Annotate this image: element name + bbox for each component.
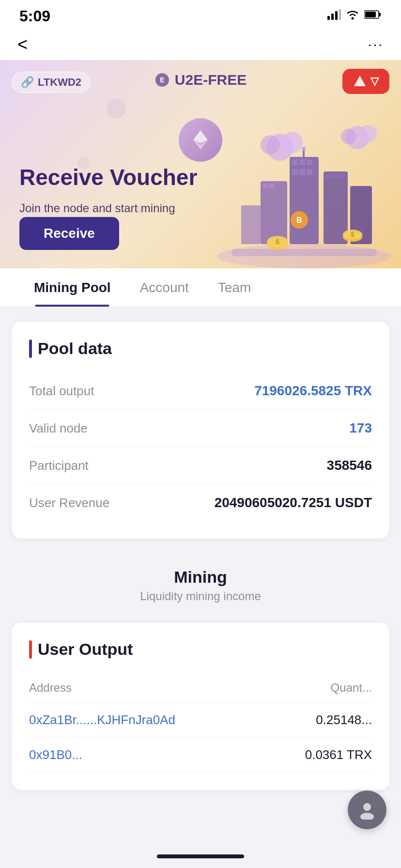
svg-rect-7	[365, 12, 376, 17]
tabs-container: Mining Pool Account Team	[0, 268, 401, 307]
total-output-value: 7196026.5825 TRX	[254, 383, 372, 399]
svg-point-4	[352, 17, 354, 20]
user-revenue-label: User Revenue	[29, 496, 109, 511]
svg-rect-3	[339, 9, 341, 20]
svg-text:$: $	[276, 238, 279, 246]
pool-participant-row: Participant 358546	[29, 447, 372, 484]
table-row: 0x91B0... 0.0361 TRX	[29, 738, 372, 773]
city-illustration: $ $ B	[202, 84, 401, 268]
svg-point-46	[302, 147, 306, 151]
svg-rect-16	[307, 159, 312, 165]
svg-point-42	[341, 129, 356, 144]
svg-rect-24	[261, 181, 287, 244]
tab-team[interactable]: Team	[203, 268, 265, 307]
status-time: 5:09	[19, 7, 50, 25]
banner-subtitle: Join the node and start mining	[19, 202, 175, 215]
floating-avatar-button[interactable]	[348, 790, 386, 829]
row-2-quantity: 0.0361 TRX	[305, 747, 372, 762]
valid-node-value: 173	[349, 420, 372, 436]
svg-point-41	[359, 125, 377, 142]
svg-point-47	[363, 803, 371, 811]
pool-data-label: Pool data	[38, 339, 112, 358]
pool-total-output-row: Total output 7196026.5825 TRX	[29, 372, 372, 410]
more-button[interactable]: ···	[368, 37, 384, 52]
table-row: 0xZa1Br......KJHFnJra0Ad 0.25148...	[29, 703, 372, 738]
row-1-quantity: 0.25148...	[316, 713, 372, 728]
user-output-label: User Output	[38, 640, 133, 659]
svg-rect-28	[241, 205, 261, 244]
valid-node-label: Valid node	[29, 421, 88, 436]
user-revenue-value: 20490605020.7251 USDT	[215, 495, 372, 511]
svg-rect-1	[331, 14, 334, 20]
col-quantity-header: Quant...	[331, 681, 372, 695]
svg-rect-23	[339, 174, 343, 179]
status-bar: 5:09	[0, 0, 401, 29]
pool-data-title: Pool data	[29, 339, 372, 358]
back-button[interactable]: <	[17, 34, 28, 55]
svg-text:B: B	[296, 216, 302, 224]
svg-point-48	[360, 813, 374, 820]
pool-valid-node-row: Valid node 173	[29, 410, 372, 447]
svg-rect-17	[292, 169, 298, 175]
receive-button[interactable]: Receive	[19, 217, 119, 250]
status-icons	[327, 9, 382, 23]
svg-text:E: E	[160, 76, 164, 84]
user-output-title-bar	[29, 640, 32, 659]
svg-rect-14	[292, 159, 298, 165]
pool-title-bar	[29, 340, 32, 358]
signal-icon	[327, 9, 341, 23]
banner-badge: 🔗 LTKWD2	[12, 72, 91, 93]
mining-header: Mining Liquidity mining income	[0, 553, 401, 608]
decor-dot-1	[107, 99, 126, 118]
svg-rect-19	[307, 169, 312, 175]
participant-label: Participant	[29, 458, 89, 473]
svg-rect-45	[303, 150, 305, 158]
svg-point-38	[281, 132, 303, 153]
tab-mining-pool-label: Mining Pool	[34, 280, 111, 295]
svg-rect-6	[379, 13, 381, 16]
mining-title: Mining	[0, 568, 401, 587]
pool-data-card: Pool data Total output 7196026.5825 TRX …	[12, 322, 389, 539]
banner-title: Receive Voucher	[19, 164, 197, 191]
svg-rect-25	[263, 184, 268, 188]
table-header: Address Quant...	[29, 673, 372, 703]
tab-team-label: Team	[218, 280, 251, 295]
badge-label: LTKWD2	[38, 76, 81, 89]
row-2-address: 0x91B0...	[29, 747, 82, 762]
svg-rect-22	[332, 174, 337, 179]
banner: 🔗 LTKWD2 E U2E-FREE ▽	[0, 60, 401, 268]
svg-rect-21	[326, 174, 331, 179]
participant-value: 358546	[327, 458, 372, 473]
svg-rect-26	[269, 184, 274, 188]
svg-rect-30	[231, 249, 377, 256]
svg-rect-18	[299, 169, 305, 175]
total-output-label: Total output	[29, 384, 94, 399]
user-output-card: User Output Address Quant... 0xZa1Br....…	[12, 622, 389, 790]
svg-rect-2	[335, 11, 338, 20]
nav-bar: < ···	[0, 29, 401, 60]
svg-text:$: $	[351, 231, 355, 238]
tab-account[interactable]: Account	[125, 268, 203, 307]
battery-icon	[364, 10, 382, 22]
svg-rect-0	[327, 16, 330, 20]
mining-subtitle: Liquidity mining income	[0, 589, 401, 603]
svg-point-39	[261, 135, 280, 155]
col-address-header: Address	[29, 681, 72, 695]
user-output-title: User Output	[29, 640, 372, 659]
tab-mining-pool[interactable]: Mining Pool	[19, 268, 125, 307]
tab-account-label: Account	[140, 280, 189, 295]
row-1-address: 0xZa1Br......KJHFnJra0Ad	[29, 713, 175, 728]
scroll-indicator	[157, 854, 244, 858]
pool-user-revenue-row: User Revenue 20490605020.7251 USDT	[29, 484, 372, 521]
svg-rect-15	[299, 159, 305, 165]
wifi-icon	[346, 9, 359, 23]
link-icon: 🔗	[21, 76, 34, 89]
